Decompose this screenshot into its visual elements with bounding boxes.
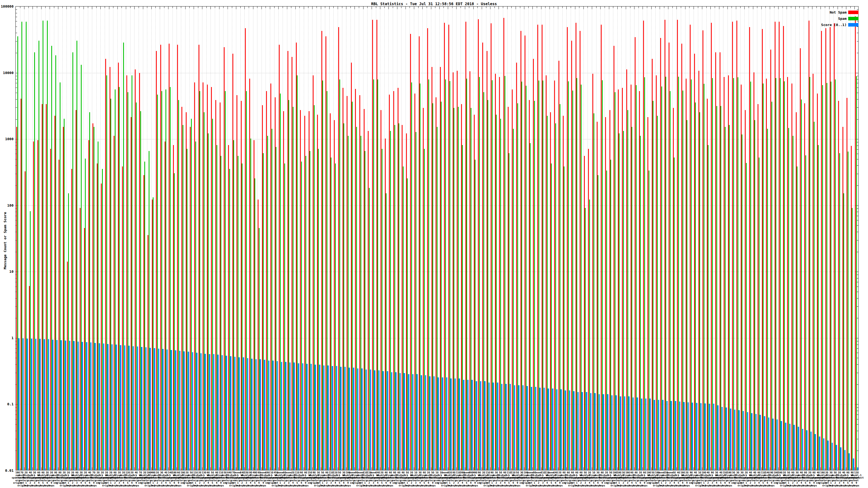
bar-not-spam	[402, 125, 403, 470]
x-gridline	[520, 6, 520, 470]
x-minor-tick	[732, 468, 732, 470]
x-major-tick	[693, 6, 694, 9]
bar-spam	[682, 91, 683, 470]
bar-score	[556, 389, 558, 470]
bar-not-spam	[398, 88, 399, 470]
x-major-tick	[160, 6, 160, 9]
x-minor-tick	[621, 6, 622, 8]
x-gridline	[825, 6, 825, 470]
x-gridline	[791, 6, 791, 470]
bar-not-spam	[376, 20, 377, 470]
bar-spam	[390, 131, 391, 470]
y-minor-tick	[857, 439, 858, 439]
x-minor-tick	[511, 6, 512, 8]
bar-spam	[365, 151, 365, 470]
bar-score	[336, 366, 337, 470]
bar-spam	[81, 65, 82, 470]
x-gridline	[558, 6, 558, 470]
x-major-tick	[609, 467, 609, 470]
bar-score	[463, 380, 464, 470]
bar-not-spam	[423, 108, 424, 470]
bar-spam	[18, 36, 18, 470]
bar-score	[192, 352, 193, 470]
bar-spam	[301, 162, 302, 470]
bar-score	[277, 361, 278, 470]
x-minor-tick	[808, 6, 808, 8]
x-gridline	[710, 6, 711, 470]
bar-not-spam	[389, 95, 390, 470]
bar-not-spam	[448, 25, 449, 470]
bar-score	[425, 375, 426, 470]
bar-not-spam	[254, 140, 254, 470]
bar-not-spam	[101, 184, 102, 470]
bar-not-spam	[275, 97, 276, 470]
x-gridline	[164, 6, 164, 470]
x-major-tick	[600, 467, 600, 470]
bar-score	[166, 350, 168, 470]
x-major-tick	[389, 6, 389, 9]
bar-spam	[208, 133, 209, 470]
bar-spam	[94, 127, 94, 470]
x-major-tick	[812, 467, 812, 470]
x-major-tick	[634, 6, 634, 9]
bar-not-spam	[588, 149, 589, 470]
bar-not-spam	[787, 77, 788, 470]
x-minor-tick	[545, 6, 546, 8]
bar-score	[433, 376, 435, 470]
bar-score	[539, 388, 540, 470]
x-major-tick	[795, 467, 796, 470]
x-minor-tick	[537, 6, 537, 8]
x-minor-tick	[376, 6, 376, 8]
y-minor-tick	[857, 33, 858, 33]
bar-spam	[852, 208, 852, 470]
bar-spam	[577, 78, 577, 470]
bar-score	[688, 402, 689, 470]
x-major-tick	[405, 6, 406, 9]
y-minor-tick	[16, 17, 17, 17]
bar-spam	[793, 136, 794, 470]
bar-score	[378, 370, 380, 470]
x-gridline	[604, 6, 605, 470]
x-minor-tick	[630, 468, 630, 470]
bar-spam	[288, 100, 289, 470]
x-gridline	[456, 6, 457, 470]
x-major-tick	[736, 467, 736, 470]
x-major-tick	[84, 6, 84, 9]
bar-not-spam	[690, 25, 691, 470]
x-gridline	[774, 6, 774, 470]
bar-spam	[619, 133, 620, 470]
bar-score	[239, 357, 240, 470]
x-gridline	[740, 6, 741, 470]
x-major-tick	[143, 467, 143, 470]
x-major-tick	[609, 6, 609, 9]
x-minor-tick	[325, 6, 325, 8]
x-minor-tick	[232, 6, 232, 8]
bar-spam	[437, 127, 437, 470]
bar-spam	[809, 77, 810, 470]
x-major-tick	[151, 467, 152, 470]
x-minor-tick	[443, 468, 444, 470]
bar-spam	[805, 155, 806, 470]
x-gridline	[105, 6, 105, 470]
x-gridline	[744, 6, 745, 470]
bar-score	[522, 385, 524, 470]
x-minor-tick	[105, 6, 105, 8]
x-major-tick	[812, 6, 812, 9]
bar-spam	[106, 75, 107, 470]
bar-not-spam	[440, 67, 441, 470]
y-minor-tick	[16, 119, 17, 120]
bar-spam	[272, 129, 272, 470]
bar-spam	[229, 169, 230, 470]
y-tick-label: 100	[0, 203, 13, 207]
bar-score	[527, 386, 528, 470]
bar-not-spam	[309, 111, 310, 470]
bar-score	[738, 410, 740, 470]
bar-not-spam	[364, 109, 365, 470]
bar-score	[620, 396, 621, 470]
bar-spam	[339, 79, 340, 470]
x-gridline	[630, 6, 630, 470]
x-minor-tick	[79, 468, 80, 470]
x-major-tick	[380, 6, 380, 9]
x-major-tick	[541, 467, 541, 470]
bar-spam	[479, 77, 480, 470]
